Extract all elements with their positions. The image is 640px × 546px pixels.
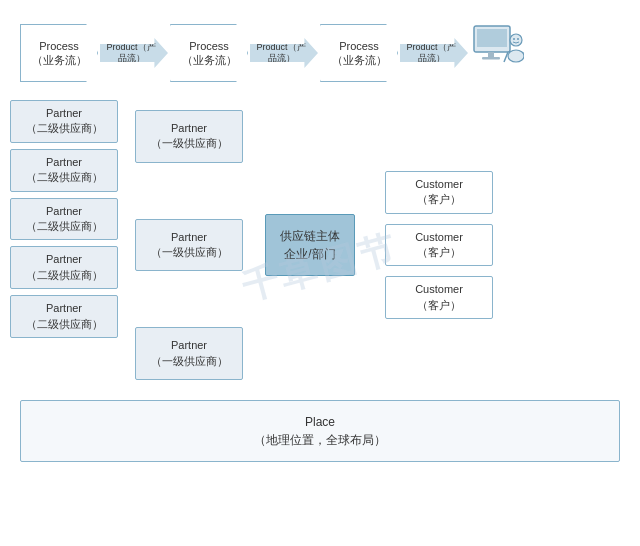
flow-arrow-1: Product（产品流） — [98, 38, 170, 68]
svg-rect-2 — [488, 52, 494, 57]
place-box: Place （地理位置，全球布局） — [20, 400, 620, 462]
process-label-1b: （业务流） — [32, 53, 87, 67]
left-partner-2a: Partner — [46, 156, 82, 168]
main-entity-line1: 供应链主体 — [280, 229, 340, 243]
left-partner-5a: Partner — [46, 302, 82, 314]
left-partner-4: Partner （二级供应商） — [10, 246, 118, 289]
mid-partner-3b: （一级供应商） — [151, 355, 228, 367]
mid-partner-2b: （一级供应商） — [151, 246, 228, 258]
svg-point-5 — [508, 50, 524, 62]
svg-rect-3 — [482, 57, 500, 60]
left-partner-5b: （二级供应商） — [26, 318, 103, 330]
left-partner-2: Partner （二级供应商） — [10, 149, 118, 192]
customer-3b: （客户） — [417, 299, 461, 311]
left-partner-1b: （二级供应商） — [26, 122, 103, 134]
main-entity-box: 供应链主体 企业/部门 — [265, 214, 355, 276]
customer-3a: Customer — [415, 283, 463, 295]
customer-2a: Customer — [415, 231, 463, 243]
left-partner-4b: （二级供应商） — [26, 269, 103, 281]
arrow-label-2: Product（产品流） — [254, 42, 308, 64]
customer-box-1: Customer （客户） — [385, 171, 493, 214]
main-entity-column: 供应链主体 企业/部门 — [255, 100, 365, 390]
left-partner-3b: （二级供应商） — [26, 220, 103, 232]
arrow-label-1: Product（产品流） — [104, 42, 158, 64]
left-partner-3: Partner （二级供应商） — [10, 198, 118, 241]
process-label-3b: （业务流） — [332, 53, 387, 67]
arrow-shape-3: Product（产品流） — [400, 38, 468, 68]
left-partner-3a: Partner — [46, 205, 82, 217]
customer-box-2: Customer （客户） — [385, 224, 493, 267]
mid-partner-1b: （一级供应商） — [151, 137, 228, 149]
mid-partner-3a: Partner — [171, 339, 207, 351]
left-partner-4a: Partner — [46, 253, 82, 265]
left-partner-5: Partner （二级供应商） — [10, 295, 118, 338]
arrow-shape-1: Product（产品流） — [100, 38, 168, 68]
customer-1b: （客户） — [417, 193, 461, 205]
mid-partner-2: Partner （一级供应商） — [135, 219, 243, 272]
process-box-2: Process （业务流） — [170, 24, 248, 82]
process-label-1a: Process — [39, 39, 79, 53]
svg-point-7 — [517, 38, 519, 40]
left-partners-column: Partner （二级供应商） Partner （二级供应商） Partner … — [10, 100, 125, 390]
process-label-3a: Process — [339, 39, 379, 53]
mid-partner-1a: Partner — [171, 122, 207, 134]
main-entity-line2: 企业/部门 — [284, 247, 335, 261]
flow-arrow-2: Product（产品流） — [248, 38, 320, 68]
customer-box-3: Customer （客户） — [385, 276, 493, 319]
mid-partners-column: Partner （一级供应商） Partner （一级供应商） Partner … — [135, 100, 255, 390]
customers-column: Customer （客户） Customer （客户） Customer （客户… — [385, 100, 515, 390]
customer-computer-icon — [470, 24, 526, 82]
mid-partner-1: Partner （一级供应商） — [135, 110, 243, 163]
arrow-label-3: Product（产品流） — [404, 42, 458, 64]
process-box-1: Process （业务流） — [20, 24, 98, 82]
mid-partner-2a: Partner — [171, 231, 207, 243]
place-line2: （地理位置，全球布局） — [254, 433, 386, 447]
flow-row: Process （业务流） Product（产品流） Process （业务流）… — [20, 18, 630, 88]
customer-2b: （客户） — [417, 246, 461, 258]
process-label-2a: Process — [189, 39, 229, 53]
svg-rect-1 — [477, 29, 507, 47]
place-line1: Place — [305, 415, 335, 429]
customer-1a: Customer — [415, 178, 463, 190]
process-box-3: Process （业务流） — [320, 24, 398, 82]
flow-arrow-3: Product（产品流） — [398, 38, 470, 68]
left-partner-2b: （二级供应商） — [26, 171, 103, 183]
svg-point-4 — [510, 34, 522, 46]
left-partner-1a: Partner — [46, 107, 82, 119]
process-label-2b: （业务流） — [182, 53, 237, 67]
content-area: Partner （二级供应商） Partner （二级供应商） Partner … — [10, 100, 630, 390]
left-partner-1: Partner （二级供应商） — [10, 100, 118, 143]
mid-partner-3: Partner （一级供应商） — [135, 327, 243, 380]
svg-point-6 — [513, 38, 515, 40]
main-container: 千草图节 Process （业务流） Product（产品流） Process … — [0, 0, 640, 546]
arrow-shape-2: Product（产品流） — [250, 38, 318, 68]
svg-line-8 — [504, 52, 508, 62]
